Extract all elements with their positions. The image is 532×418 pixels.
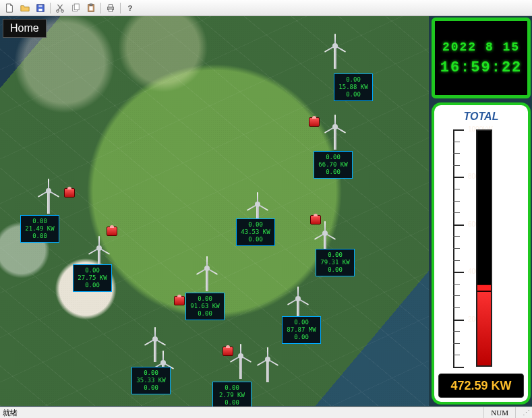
status-num: NUM [483,407,515,418]
turbine-icon[interactable] [324,36,347,69]
cut-icon[interactable] [53,1,67,15]
status-text: 就绪 [3,408,18,418]
label-line3: 0.00 [136,384,167,392]
label-line3: 0.00 [189,310,220,318]
turbine-data-label: 0.0021.49 KW0.00 [20,215,59,243]
label-line2: 35.33 KW [136,377,167,384]
label-line1: 0.00 [136,369,167,377]
turbine-icon[interactable] [37,181,60,214]
save-icon[interactable] [33,1,48,15]
right-panel: 2022 8 15 16:59:22 TOTAL 1000kW800kW600k… [430,16,532,406]
label-line2: 43.53 KW [240,229,271,236]
status-bar: 就绪 NUM ⋰ [0,407,532,418]
help-icon[interactable]: ? [123,1,138,15]
label-line3: 0.00 [320,266,351,274]
alarm-icon[interactable] [223,347,233,356]
svg-text:?: ? [128,4,133,12]
label-line2: 91.63 KW [189,303,220,310]
turbine-icon[interactable] [324,117,347,150]
toolbar-separator [50,3,51,13]
svg-rect-1 [38,8,42,11]
clock-display: 2022 8 15 16:59:22 [432,18,531,98]
label-line2: 2.79 KW [216,392,247,399]
label-line3: 0.00 [240,236,271,243]
turbine-data-label: 0.0091.63 KW0.00 [185,293,225,320]
alarm-icon[interactable] [64,188,75,198]
label-line1: 0.00 [216,384,247,392]
clock-date: 2022 8 15 [442,40,520,54]
turbine-data-label: 0.002.79 KW0.00 [212,382,252,407]
total-readout: 472.59 KW [438,374,524,398]
toolbar-separator [100,3,101,13]
gauge-title: TOTAL [464,111,499,123]
turbine-data-label: 0.0035.33 KW0.00 [131,367,171,394]
label-line1: 0.00 [320,251,351,259]
svg-rect-6 [74,3,79,9]
svg-rect-8 [90,3,92,5]
label-line2: 21.49 KW [24,225,55,233]
gauge-bar [476,129,492,367]
label-line2: 87.87 MW [286,326,317,334]
alarm-icon[interactable] [309,117,320,127]
copy-icon[interactable] [68,1,83,15]
clock-time: 16:59:22 [440,59,523,76]
turbine-icon[interactable] [196,259,218,291]
new-file-icon[interactable] [2,1,17,15]
status-resize-grip[interactable]: ⋰ [515,407,529,418]
label-line3: 0.00 [77,282,108,289]
label-line1: 0.00 [240,221,271,229]
toolbar-separator [120,3,121,13]
toolbar: ? [0,0,532,16]
svg-rect-11 [109,4,112,7]
alarm-icon[interactable] [107,227,117,236]
turbine-data-label: 0.0087.87 MW0.00 [282,316,321,344]
label-line2: 66.70 KW [318,161,349,169]
svg-rect-2 [38,5,42,7]
print-icon[interactable] [103,1,118,15]
label-line1: 0.00 [338,76,369,84]
label-line3: 0.00 [216,399,247,407]
turbine-data-label: 0.0043.53 KW0.00 [236,218,275,246]
label-line1: 0.00 [318,154,349,161]
label-line3: 0.00 [338,91,369,98]
turbine-data-label: 0.0079.31 KW0.00 [316,249,355,276]
turbine-data-label: 0.0066.70 KW0.00 [314,151,353,179]
home-button[interactable]: Home [3,19,47,38]
map-view[interactable]: Home 0.0015.88 KW0.000.0066.70 KW0.000.0… [0,16,429,406]
total-gauge: TOTAL 1000kW800kW600kW400kW200kW 472.59 … [432,102,531,405]
turbine-data-label: 0.0027.75 KW0.00 [73,264,112,292]
open-file-icon[interactable] [18,1,32,15]
label-line2: 79.31 KW [320,259,351,266]
label-line3: 0.00 [286,334,317,341]
label-line1: 0.00 [189,295,220,303]
label-line2: 15.88 KW [338,84,369,91]
label-line3: 0.00 [24,233,55,240]
turbine-data-label: 0.0015.88 KW0.00 [334,73,373,101]
paste-icon[interactable] [84,1,98,15]
gauge-body: 1000kW800kW600kW400kW200kW [438,127,524,369]
svg-rect-9 [89,6,92,10]
label-line3: 0.00 [318,169,349,176]
alarm-icon[interactable] [174,296,185,305]
alarm-icon[interactable] [310,215,321,225]
turbine-icon[interactable] [256,350,279,382]
label-line1: 0.00 [77,267,108,274]
label-line1: 0.00 [24,218,55,225]
workspace: Home 0.0015.88 KW0.000.0066.70 KW0.000.0… [0,16,532,407]
label-line1: 0.00 [286,319,317,326]
gauge-bar-fill [477,288,491,365]
label-line2: 27.75 KW [77,274,108,282]
svg-rect-12 [109,9,112,11]
